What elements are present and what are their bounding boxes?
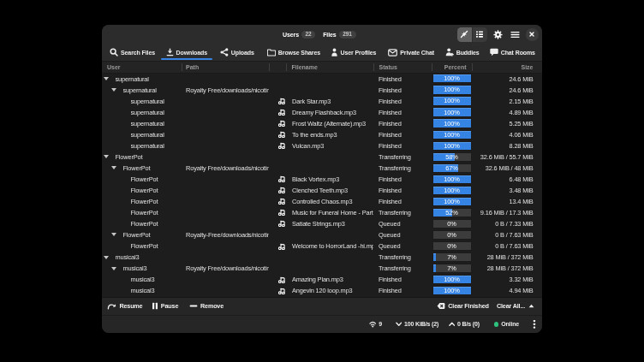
online-dot-icon bbox=[493, 322, 498, 327]
cell-size: 4.89 MiB bbox=[479, 106, 534, 117]
expander-arrow[interactable] bbox=[110, 166, 116, 169]
download-row-3[interactable]: supernaturalDreamy Flashback.mp3Finished… bbox=[102, 106, 542, 117]
music-note-icon bbox=[277, 142, 284, 149]
resume-button[interactable]: Resume bbox=[107, 297, 142, 315]
tab-label: Browse Shares bbox=[277, 49, 319, 55]
column-header-filename[interactable]: Filename bbox=[291, 62, 317, 73]
download-row-4[interactable]: supernaturalFrost Waltz (Alternate).mp3F… bbox=[102, 117, 542, 128]
remove-button[interactable]: Remove bbox=[189, 297, 224, 315]
expander-arrow[interactable] bbox=[103, 255, 108, 258]
tab-downloads[interactable]: Downloads bbox=[160, 44, 212, 61]
column-header-path[interactable]: Path bbox=[186, 62, 199, 73]
action-bar: Resume Pause Remove bbox=[102, 296, 542, 315]
tab-chat-rooms[interactable]: Chat Rooms bbox=[484, 44, 540, 61]
download-row-0[interactable]: supernaturalFinished100%24.6 MiB bbox=[102, 73, 542, 84]
clear-finished-button[interactable]: Clear Finished bbox=[437, 297, 488, 315]
expander-arrow[interactable] bbox=[103, 155, 108, 158]
music-note-icon bbox=[277, 198, 284, 205]
column-separator[interactable] bbox=[432, 63, 432, 71]
preferences-button[interactable] bbox=[491, 27, 504, 41]
progress-label: 7% bbox=[432, 264, 471, 273]
clear-all-menu-button[interactable]: Clear All... bbox=[496, 297, 534, 315]
download-row-18[interactable]: musical3Amazing Plan.mp3Finished100%3.32… bbox=[102, 274, 542, 285]
users-count-badge: 22 bbox=[301, 30, 314, 39]
column-header-size[interactable]: Size bbox=[521, 62, 533, 73]
main-menu-button[interactable] bbox=[508, 27, 522, 41]
pause-button[interactable]: Pause bbox=[151, 297, 177, 315]
tab-label: Chat Rooms bbox=[500, 49, 534, 55]
tab-uploads[interactable]: Uploads bbox=[214, 44, 259, 61]
column-separator[interactable] bbox=[471, 63, 472, 71]
expander-arrow[interactable] bbox=[103, 76, 108, 80]
column-separator[interactable] bbox=[286, 63, 287, 71]
download-row-19[interactable]: musical3Angevin 120 loop.mp3Finished100%… bbox=[102, 285, 542, 296]
fit-view-icon bbox=[460, 30, 468, 39]
list-view-toggle-button[interactable] bbox=[472, 27, 487, 41]
tab-user-profiles[interactable]: User Profiles bbox=[325, 44, 381, 61]
column-header-percent[interactable]: Percent bbox=[444, 62, 466, 73]
fit-view-toggle-button[interactable] bbox=[456, 27, 472, 41]
download-row-7[interactable]: FlowerPotTransferring58%32.6 MiB / 55.7 … bbox=[102, 151, 542, 162]
cell-status: Finished bbox=[379, 184, 430, 195]
music-note-icon bbox=[277, 120, 284, 127]
cell-size: 0 B / 7.63 MiB bbox=[479, 229, 534, 240]
cell-filename: Vulcan.mp3 bbox=[292, 139, 373, 151]
cell-size: 8.28 MiB bbox=[479, 139, 534, 151]
upload-speed-status[interactable]: 0 B/s (0) bbox=[448, 316, 479, 333]
download-row-12[interactable]: FlowerPotMusic for Funeral Home - Part 1… bbox=[102, 207, 542, 218]
users-stat: Users 22 bbox=[282, 30, 314, 39]
cell-size: 6.48 MiB bbox=[479, 173, 534, 184]
cell-user: musical3 bbox=[130, 274, 181, 285]
download-row-11[interactable]: FlowerPotControlled Chaos.mp3Finished100… bbox=[102, 196, 542, 207]
cell-filename: Music for Funeral Home - Part 1 bbox=[292, 207, 373, 218]
cell-size: 13.4 MiB bbox=[479, 196, 534, 207]
download-row-9[interactable]: FlowerPotBlack Vortex.mp3Finished100%6.4… bbox=[102, 173, 542, 184]
cell-filename: Dark Star.mp3 bbox=[292, 95, 373, 106]
column-separator[interactable] bbox=[269, 63, 270, 71]
download-row-13[interactable]: FlowerPotSatiate Strings.mp3Queued0%0 B … bbox=[102, 218, 542, 229]
cell-filename: Frost Waltz (Alternate).mp3 bbox=[292, 117, 373, 128]
cell-user: supernatural bbox=[130, 139, 181, 151]
online-status[interactable]: Online bbox=[493, 316, 518, 333]
tab-private-chat[interactable]: Private Chat bbox=[383, 44, 439, 61]
column-separator[interactable] bbox=[373, 63, 374, 71]
status-menu-button[interactable] bbox=[532, 316, 535, 333]
download-row-5[interactable]: supernaturalTo the ends.mp3Finished100%4… bbox=[102, 128, 542, 139]
cell-user: supernatural bbox=[130, 128, 181, 139]
download-row-16[interactable]: musical3Transferring7%28 MiB / 372 MiB bbox=[102, 252, 542, 263]
chevron-down-icon bbox=[395, 322, 402, 327]
download-row-14[interactable]: FlowerPotRoyalty-Free/downloads/nicotine… bbox=[102, 229, 542, 240]
tab-label: Search Files bbox=[121, 49, 155, 55]
headerbar: Users 22 Files 291 bbox=[102, 25, 542, 45]
header-controls bbox=[456, 25, 538, 45]
expander-arrow[interactable] bbox=[110, 266, 116, 270]
progress-bar: 0% bbox=[432, 241, 471, 251]
column-header-status[interactable]: Status bbox=[379, 62, 397, 73]
cell-filename: Controlled Chaos.mp3 bbox=[292, 196, 373, 207]
download-row-10[interactable]: FlowerPotClenched Teeth.mp3Finished100%3… bbox=[102, 184, 542, 195]
progress-bar: 67% bbox=[432, 163, 471, 172]
download-row-6[interactable]: supernaturalVulcan.mp3Finished100%8.28 M… bbox=[102, 139, 542, 151]
connections-status[interactable]: 9 bbox=[368, 316, 381, 333]
tab-browse-shares[interactable]: Browse Shares bbox=[261, 44, 325, 61]
download-row-1[interactable]: supernaturalRoyalty Free/downloads/nicot… bbox=[102, 84, 542, 95]
expander-arrow[interactable] bbox=[110, 233, 116, 236]
cell-path: Royalty Free/downloads/nicotine bbox=[186, 162, 269, 173]
download-row-15[interactable]: FlowerPotWelcome to HorrorLand -hi.mp3Qu… bbox=[102, 240, 542, 252]
column-separator[interactable] bbox=[181, 63, 182, 71]
cell-user: FlowerPot bbox=[130, 173, 181, 184]
column-header-user[interactable]: User bbox=[107, 62, 121, 73]
download-speed-status[interactable]: 100 KiB/s (2) bbox=[395, 316, 438, 333]
download-row-8[interactable]: FlowerPotRoyalty Free/downloads/nicotine… bbox=[102, 162, 542, 173]
envelope-icon bbox=[388, 48, 397, 56]
cell-user: supernatural bbox=[130, 95, 181, 106]
tab-search-files[interactable]: Search Files bbox=[104, 44, 160, 61]
cell-size: 24.6 MiB bbox=[479, 73, 534, 84]
tab-buddies[interactable]: Buddies bbox=[439, 44, 484, 61]
progress-label: 0% bbox=[432, 218, 471, 228]
expander-arrow[interactable] bbox=[110, 87, 116, 91]
progress-label: 100% bbox=[432, 275, 471, 284]
download-row-2[interactable]: supernaturalDark Star.mp3Finished100%2.1… bbox=[102, 95, 542, 106]
download-row-17[interactable]: musical3Royalty Free/downloads/nicotineT… bbox=[102, 263, 542, 274]
close-window-button[interactable] bbox=[526, 28, 539, 41]
